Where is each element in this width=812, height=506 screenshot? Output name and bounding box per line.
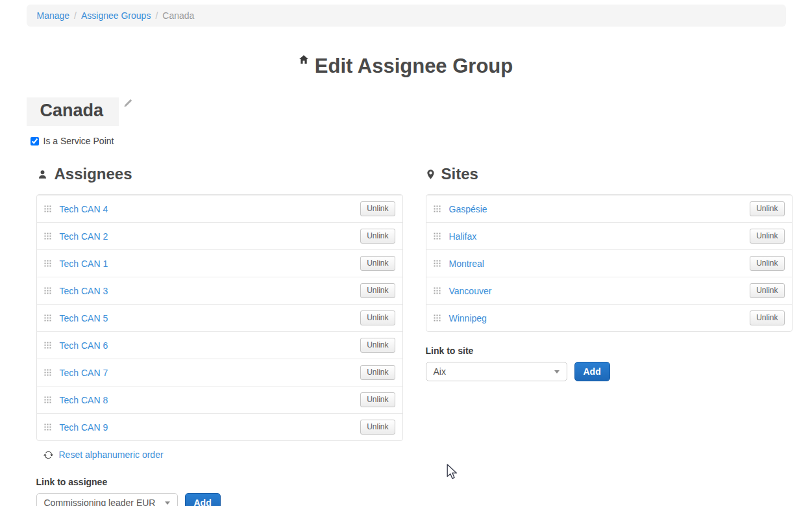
unlink-button[interactable]: Unlink (360, 201, 395, 216)
page-title: Edit Assignee Group (27, 45, 786, 78)
drag-handle-icon[interactable] (44, 287, 51, 294)
site-select[interactable]: Aix (426, 362, 567, 381)
unlink-button[interactable]: Unlink (360, 338, 395, 353)
assignee-row: Tech CAN 9 Unlink (37, 413, 402, 440)
sites-title: Sites (441, 165, 478, 183)
drag-handle-icon[interactable] (434, 260, 441, 267)
page-title-text: Edit Assignee Group (315, 55, 513, 77)
assignee-row: Tech CAN 2 Unlink (37, 222, 402, 249)
site-link[interactable]: Gaspésie (449, 204, 487, 214)
link-to-assignee-block: Link to assignee Commissioning leader EU… (36, 477, 403, 506)
site-row: Montreal Unlink (426, 249, 792, 277)
unlink-button[interactable]: Unlink (750, 256, 784, 271)
assignee-row: Tech CAN 6 Unlink (37, 331, 402, 359)
assignee-select-value: Commissioning leader EUR (44, 498, 156, 506)
assignee-row: Tech CAN 8 Unlink (37, 386, 402, 413)
sites-list: Gaspésie Unlink Halifax Unlink Montrea (426, 194, 793, 332)
person-icon (38, 165, 47, 183)
assignee-link[interactable]: Tech CAN 2 (60, 231, 108, 242)
add-site-button[interactable]: Add (574, 362, 610, 381)
drag-handle-icon[interactable] (44, 233, 51, 240)
drag-handle-icon[interactable] (434, 205, 441, 212)
map-pin-icon (427, 165, 434, 183)
link-to-assignee-label: Link to assignee (36, 477, 403, 487)
link-to-site-block: Link to site Aix Add (426, 346, 793, 381)
breadcrumb-link-manage[interactable]: Manage (37, 10, 70, 21)
site-link[interactable]: Halifax (449, 231, 477, 242)
assignee-link[interactable]: Tech CAN 6 (60, 340, 108, 351)
assignee-link[interactable]: Tech CAN 3 (60, 286, 108, 296)
unlink-button[interactable]: Unlink (750, 201, 784, 216)
refresh-icon (43, 450, 53, 460)
service-point-row: Is a Service Point (31, 136, 786, 146)
breadcrumb-link-assignee-groups[interactable]: Assignee Groups (81, 10, 151, 21)
edit-pencil-icon[interactable] (123, 99, 132, 111)
unlink-button[interactable]: Unlink (360, 392, 395, 407)
chevron-down-icon (554, 370, 560, 373)
group-name: Canada (27, 97, 119, 126)
unlink-button[interactable]: Unlink (360, 365, 395, 380)
assignee-row: Tech CAN 7 Unlink (37, 359, 402, 386)
drag-handle-icon[interactable] (44, 205, 51, 212)
drag-handle-icon[interactable] (44, 369, 51, 376)
site-row: Winnipeg Unlink (426, 304, 792, 331)
unlink-button[interactable]: Unlink (750, 283, 784, 298)
drag-handle-icon[interactable] (44, 396, 51, 403)
reset-order-link[interactable]: Reset alphanumeric order (43, 449, 164, 460)
site-link[interactable]: Montreal (449, 259, 484, 269)
link-to-site-label: Link to site (426, 346, 793, 356)
assignee-link[interactable]: Tech CAN 9 (60, 422, 108, 433)
site-link[interactable]: Winnipeg (449, 313, 487, 323)
breadcrumb-separator: / (74, 10, 77, 21)
assignee-link[interactable]: Tech CAN 1 (60, 259, 108, 269)
site-link[interactable]: Vancouver (449, 286, 492, 296)
assignee-row: Tech CAN 5 Unlink (37, 304, 402, 331)
unlink-button[interactable]: Unlink (360, 283, 395, 298)
unlink-button[interactable]: Unlink (360, 420, 395, 435)
assignee-link[interactable]: Tech CAN 4 (60, 204, 108, 214)
breadcrumb-current: Canada (162, 10, 194, 21)
breadcrumb: Manage / Assignee Groups / Canada (27, 5, 786, 27)
assignee-row: Tech CAN 1 Unlink (37, 249, 402, 277)
sites-section: Sites Gaspésie Unlink Halifax (426, 165, 793, 506)
unlink-button[interactable]: Unlink (750, 310, 784, 325)
drag-handle-icon[interactable] (434, 314, 441, 322)
assignees-section: Assignees Tech CAN 4 Unlink Tech CAN 2 (36, 165, 403, 506)
sites-header: Sites (427, 165, 793, 183)
unlink-button[interactable]: Unlink (360, 229, 395, 244)
assignees-list: Tech CAN 4 Unlink Tech CAN 2 Unlink Te (36, 194, 403, 441)
service-point-label: Is a Service Point (43, 136, 114, 146)
service-point-checkbox[interactable] (31, 137, 39, 145)
assignee-link[interactable]: Tech CAN 7 (60, 368, 108, 378)
home-icon (299, 45, 308, 69)
drag-handle-icon[interactable] (44, 260, 51, 267)
assignees-title: Assignees (55, 165, 132, 183)
chevron-down-icon (165, 501, 170, 505)
assignees-header: Assignees (38, 165, 403, 183)
drag-handle-icon[interactable] (44, 314, 51, 322)
reset-order-row: Reset alphanumeric order (43, 449, 403, 460)
drag-handle-icon[interactable] (44, 424, 51, 431)
site-row: Vancouver Unlink (426, 277, 792, 304)
assignee-row: Tech CAN 3 Unlink (37, 277, 402, 304)
assignee-row: Tech CAN 4 Unlink (37, 195, 402, 222)
unlink-button[interactable]: Unlink (360, 256, 395, 271)
site-select-value: Aix (434, 366, 446, 377)
drag-handle-icon[interactable] (44, 342, 51, 349)
drag-handle-icon[interactable] (434, 287, 441, 294)
drag-handle-icon[interactable] (434, 233, 441, 240)
reset-order-label: Reset alphanumeric order (59, 449, 164, 460)
unlink-button[interactable]: Unlink (360, 310, 395, 325)
add-assignee-button[interactable]: Add (185, 493, 221, 506)
assignee-select[interactable]: Commissioning leader EUR (36, 493, 178, 506)
site-row: Halifax Unlink (426, 222, 792, 249)
assignee-link[interactable]: Tech CAN 8 (60, 395, 108, 405)
breadcrumb-separator: / (155, 10, 158, 21)
unlink-button[interactable]: Unlink (750, 229, 784, 244)
assignee-link[interactable]: Tech CAN 5 (60, 313, 108, 323)
site-row: Gaspésie Unlink (426, 195, 792, 222)
